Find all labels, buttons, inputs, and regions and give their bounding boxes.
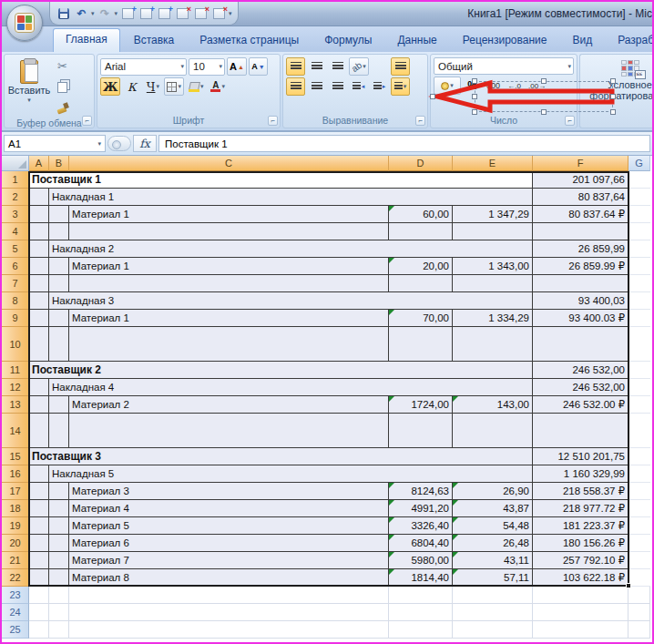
quantity-cell[interactable]: 6804,40 xyxy=(389,535,453,552)
empty-cell[interactable] xyxy=(453,587,533,604)
indent-cell[interactable] xyxy=(29,292,49,310)
empty-cell[interactable] xyxy=(69,621,389,639)
empty-cell[interactable] xyxy=(533,621,628,639)
material-label-cell[interactable]: Материал 1 xyxy=(69,206,389,223)
material-label-cell[interactable]: Материал 1 xyxy=(69,310,389,327)
comma-style-button[interactable]: 000 xyxy=(484,77,503,95)
outside-cell[interactable] xyxy=(628,483,650,500)
sum-cell[interactable]: 80 837.64 ₽ xyxy=(533,206,628,223)
empty-cell[interactable] xyxy=(453,327,533,362)
delete-rows-button[interactable]: × xyxy=(193,6,209,21)
indent-cell[interactable] xyxy=(29,483,49,500)
empty-cell[interactable] xyxy=(69,587,389,604)
tab-6[interactable]: Вид xyxy=(560,29,604,52)
outside-cell[interactable] xyxy=(628,448,650,465)
quantity-cell[interactable]: 8124,63 xyxy=(389,483,453,500)
indent-cell[interactable] xyxy=(49,517,69,535)
font-dialog-launcher[interactable]: ⌐ xyxy=(268,116,278,126)
empty-cell[interactable] xyxy=(49,327,69,362)
row-header-18[interactable]: 18 xyxy=(2,500,29,517)
column-header-E[interactable]: E xyxy=(453,156,533,171)
total-cell[interactable]: 201 097,66 xyxy=(533,171,628,189)
outside-cell[interactable] xyxy=(628,362,650,379)
material-label-cell[interactable]: Материал 5 xyxy=(69,517,389,535)
sum-cell[interactable]: 246 532.00 ₽ xyxy=(533,396,628,414)
redo-dropdown[interactable]: ▾ xyxy=(115,10,118,17)
empty-cell[interactable] xyxy=(389,414,453,448)
insert-columns-button[interactable]: + xyxy=(157,6,172,21)
redo-button[interactable]: ↷ xyxy=(97,6,113,21)
empty-cell[interactable] xyxy=(533,327,628,362)
empty-cell[interactable] xyxy=(49,604,69,621)
row-header-25[interactable]: 25 xyxy=(2,621,29,639)
column-header-A[interactable]: A xyxy=(29,156,49,171)
customize-qat-button[interactable]: ▾ xyxy=(229,10,232,17)
align-right-button[interactable] xyxy=(328,77,347,96)
indent-cell[interactable] xyxy=(49,396,69,414)
empty-cell[interactable] xyxy=(389,223,453,240)
empty-cell[interactable] xyxy=(69,604,389,621)
row-header-20[interactable]: 20 xyxy=(2,535,29,552)
formula-input[interactable]: Поставщик 1 xyxy=(158,135,650,152)
sum-cell[interactable]: 26 859.99 ₽ xyxy=(533,258,628,275)
align-middle-button[interactable] xyxy=(307,57,326,76)
align-center-button[interactable] xyxy=(307,77,326,96)
empty-cell[interactable] xyxy=(49,587,69,604)
row-header-17[interactable]: 17 xyxy=(2,483,29,500)
indent-cell[interactable] xyxy=(29,206,49,223)
insert-function-button[interactable]: fx xyxy=(133,135,157,152)
percent-style-button[interactable]: % xyxy=(463,77,482,95)
empty-cell[interactable] xyxy=(69,327,389,362)
sum-cell[interactable]: 93 400.03 ₽ xyxy=(533,310,628,327)
empty-cell[interactable] xyxy=(533,223,628,240)
invoice-label-cell[interactable]: Накладная 4 xyxy=(49,379,533,396)
conditional-formatting-button[interactable]: ≤≤ Условное форматирование xyxy=(583,57,654,128)
row-header-23[interactable]: 23 xyxy=(2,587,29,604)
invoice-label-cell[interactable]: Накладная 1 xyxy=(49,189,533,206)
empty-cell[interactable] xyxy=(533,275,628,292)
empty-cell[interactable] xyxy=(453,223,533,240)
outside-cell[interactable] xyxy=(628,275,650,292)
total-cell[interactable]: 80 837,64 xyxy=(533,189,628,206)
align-top-button[interactable] xyxy=(286,57,305,76)
column-header-B[interactable]: B xyxy=(49,156,69,171)
price-cell[interactable]: 57,11 xyxy=(453,569,533,587)
grow-font-button[interactable]: A▲ xyxy=(227,57,247,76)
empty-cell[interactable] xyxy=(29,621,49,639)
undo-button[interactable]: ↶ xyxy=(74,6,89,21)
tab-4[interactable]: Данные xyxy=(385,29,448,52)
copy-button[interactable] xyxy=(53,78,72,97)
supplier-label-cell[interactable]: Поставщик 3 xyxy=(29,448,533,465)
quantity-cell[interactable]: 1724,00 xyxy=(389,396,453,414)
outside-cell[interactable] xyxy=(628,171,650,189)
column-header-D[interactable]: D xyxy=(389,156,453,171)
clipboard-dialog-launcher[interactable]: ⌐ xyxy=(82,116,92,126)
accounting-format-button[interactable]: ▾ xyxy=(434,77,461,95)
delete-cells-button[interactable]: × xyxy=(175,6,190,21)
quantity-cell[interactable]: 5980,00 xyxy=(389,552,453,569)
quantity-cell[interactable]: 1814,40 xyxy=(389,569,453,587)
row-header-16[interactable]: 16 xyxy=(2,465,29,483)
indent-cell[interactable] xyxy=(49,552,69,569)
indent-cell[interactable] xyxy=(29,569,49,587)
supplier-label-cell[interactable]: Поставщик 2 xyxy=(29,362,533,379)
row-header-3[interactable]: 3 xyxy=(2,206,29,223)
row-header-21[interactable]: 21 xyxy=(2,552,29,569)
insert-cells-button[interactable]: + xyxy=(120,6,136,21)
row-header-7[interactable]: 7 xyxy=(2,275,29,292)
indent-cell[interactable] xyxy=(29,517,49,535)
indent-cell[interactable] xyxy=(49,206,69,223)
row-header-11[interactable]: 11 xyxy=(2,362,29,379)
empty-cell[interactable] xyxy=(389,587,453,604)
outside-cell[interactable] xyxy=(628,310,650,327)
empty-cell[interactable] xyxy=(49,275,69,292)
number-format-combo[interactable]: Общий▾ xyxy=(434,57,574,75)
indent-cell[interactable] xyxy=(49,569,69,587)
empty-cell[interactable] xyxy=(453,414,533,448)
empty-cell[interactable] xyxy=(533,587,628,604)
total-cell[interactable]: 93 400,03 xyxy=(533,292,628,310)
quantity-cell[interactable]: 4991,20 xyxy=(389,500,453,517)
empty-cell[interactable] xyxy=(29,604,49,621)
outside-cell[interactable] xyxy=(628,569,650,587)
price-cell[interactable]: 26,90 xyxy=(453,483,533,500)
